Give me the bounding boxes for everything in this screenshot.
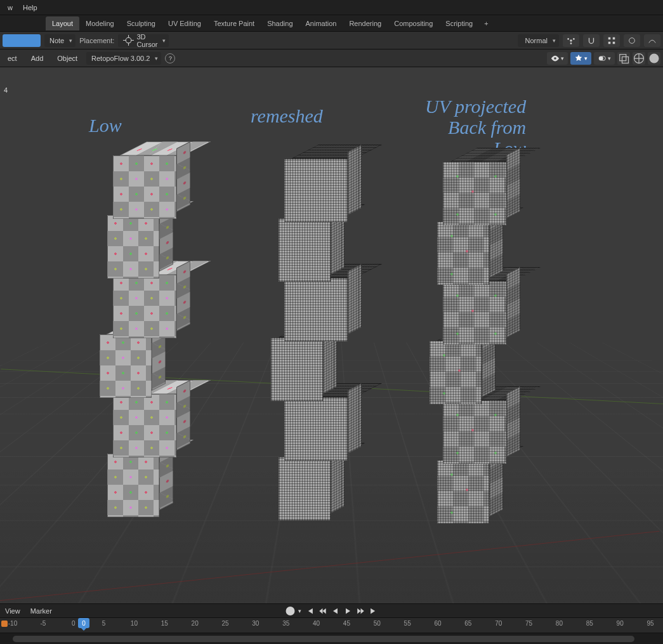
falloff-icon bbox=[648, 36, 657, 45]
visibility-dropdown[interactable]: ▾ bbox=[547, 52, 568, 65]
tab-layout[interactable]: Layout bbox=[46, 16, 79, 30]
timeline-menu-marker[interactable]: Marker bbox=[30, 607, 52, 615]
annotate-color-field[interactable] bbox=[3, 34, 41, 47]
ruler-tick: 5 bbox=[102, 620, 106, 627]
ruler-tick: 45 bbox=[343, 620, 350, 627]
menu-object[interactable]: Object bbox=[52, 52, 82, 65]
keyframe-marker[interactable] bbox=[1, 621, 8, 627]
overlay-icon bbox=[598, 54, 607, 63]
xray-toggle[interactable] bbox=[617, 52, 630, 65]
ruler-tick: 25 bbox=[221, 620, 228, 627]
snap-grid-icon bbox=[607, 36, 616, 45]
svg-rect-7 bbox=[608, 41, 611, 44]
timeline-scroll-thumb[interactable] bbox=[13, 636, 634, 642]
shading-wireframe[interactable] bbox=[633, 52, 645, 65]
menu-help[interactable]: Help bbox=[18, 1, 43, 14]
shading-solid[interactable] bbox=[648, 52, 660, 65]
snap-type-dropdown[interactable] bbox=[603, 34, 620, 47]
timeline-header: View Marker ▾ bbox=[0, 603, 663, 617]
pivot-icon bbox=[567, 36, 575, 45]
annotation-remeshed: remeshed bbox=[251, 105, 323, 126]
retopoflow-dropdown[interactable]: RetopoFlow 3.00.2 bbox=[86, 52, 161, 65]
overlay-dropdown[interactable]: ▾ bbox=[594, 52, 615, 65]
annotation-low: Low bbox=[89, 115, 122, 136]
ruler-tick: 80 bbox=[556, 620, 563, 627]
ruler-tick: 20 bbox=[192, 620, 199, 627]
tab-uv-editing[interactable]: UV Editing bbox=[162, 16, 207, 30]
ruler-tick: 65 bbox=[464, 620, 471, 627]
note-dropdown[interactable]: Note bbox=[44, 34, 75, 47]
ruler-tick: 70 bbox=[495, 620, 502, 627]
jump-next-key-icon[interactable] bbox=[356, 607, 365, 615]
jump-end-icon[interactable] bbox=[369, 607, 377, 615]
ruler-tick: 0 bbox=[72, 620, 75, 627]
tab-sculpting[interactable]: Sculpting bbox=[121, 16, 162, 30]
ruler-tick: -5 bbox=[40, 620, 46, 627]
object-remeshed-cubes[interactable] bbox=[273, 162, 336, 520]
tab-scripting[interactable]: Scripting bbox=[439, 16, 479, 30]
playhead[interactable]: 0 bbox=[78, 618, 89, 628]
svg-point-3 bbox=[573, 38, 575, 40]
jump-prev-key-icon[interactable] bbox=[318, 607, 327, 615]
proportional-edit-toggle[interactable] bbox=[624, 34, 640, 47]
tab-rendering[interactable]: Rendering bbox=[343, 16, 388, 30]
tab-modeling[interactable]: Modeling bbox=[79, 16, 121, 30]
menu-select[interactable]: ect bbox=[3, 52, 22, 65]
cursor3d-icon bbox=[123, 35, 134, 46]
ruler-tick: 15 bbox=[161, 620, 168, 627]
menu-add[interactable]: Add bbox=[26, 52, 49, 65]
jump-start-icon[interactable] bbox=[305, 607, 314, 615]
tab-compositing[interactable]: Compositing bbox=[388, 16, 439, 30]
timeline-ruler[interactable]: 0 -10-5051015202530354045505560657075808… bbox=[0, 617, 663, 633]
add-workspace-button[interactable]: + bbox=[479, 17, 493, 30]
svg-rect-13 bbox=[622, 56, 629, 63]
xray-icon bbox=[617, 52, 630, 65]
svg-rect-5 bbox=[608, 37, 611, 39]
viewport-header: ect Add Object RetopoFlow 3.00.2 ? ▾ ▾ ▾ bbox=[0, 49, 663, 67]
viewport-3d[interactable]: 4 Low remeshed UV projected Back from Lo… bbox=[0, 67, 663, 603]
placement-label: Placement: bbox=[79, 37, 114, 44]
tab-shading[interactable]: Shading bbox=[261, 16, 299, 30]
ruler-tick: 50 bbox=[374, 620, 381, 627]
svg-point-4 bbox=[570, 43, 572, 44]
timeline-scrollbar[interactable] bbox=[0, 633, 663, 644]
ruler-tick: 85 bbox=[586, 620, 593, 627]
tab-texture-paint[interactable]: Texture Paint bbox=[207, 16, 261, 30]
timeline-menu-view[interactable]: View bbox=[5, 607, 20, 615]
snap-toggle[interactable] bbox=[583, 34, 600, 47]
svg-rect-6 bbox=[613, 37, 615, 39]
tool-settings-bar: Note Placement: 3D Cursor Normal bbox=[0, 32, 663, 49]
svg-point-2 bbox=[567, 38, 569, 40]
pivot-dropdown[interactable] bbox=[563, 34, 579, 47]
orientation-dropdown[interactable]: Normal bbox=[518, 34, 559, 47]
tab-animation[interactable]: Animation bbox=[299, 16, 343, 30]
ruler-tick: 60 bbox=[434, 620, 441, 627]
help-icon[interactable]: ? bbox=[165, 53, 175, 63]
ruler-tick: 95 bbox=[647, 620, 653, 627]
play-reverse-icon[interactable] bbox=[331, 607, 339, 615]
svg-point-15 bbox=[650, 53, 659, 63]
workspace-tabs: Layout Modeling Sculpting UV Editing Tex… bbox=[0, 15, 663, 32]
svg-point-1 bbox=[570, 39, 572, 42]
gizmo-icon bbox=[574, 54, 583, 63]
gizmo-dropdown[interactable]: ▾ bbox=[570, 52, 591, 65]
ruler-tick: 10 bbox=[131, 620, 138, 627]
autokey-dropdown[interactable]: ▾ bbox=[298, 608, 301, 614]
autokey-toggle[interactable] bbox=[286, 607, 294, 615]
placement-dropdown[interactable]: 3D Cursor bbox=[118, 34, 169, 47]
svg-point-0 bbox=[126, 37, 132, 43]
proportional-icon bbox=[627, 36, 636, 45]
svg-rect-12 bbox=[620, 54, 626, 60]
ruler-tick: -10 bbox=[8, 620, 17, 627]
ruler-tick: 55 bbox=[404, 620, 411, 627]
play-icon[interactable] bbox=[343, 607, 352, 615]
ruler-tick: 40 bbox=[313, 620, 320, 627]
ruler-tick: 35 bbox=[282, 620, 289, 627]
object-low-cubes[interactable] bbox=[102, 159, 165, 517]
eye-icon bbox=[551, 54, 560, 63]
menu-window[interactable]: w bbox=[3, 1, 18, 14]
ruler-tick: 75 bbox=[525, 620, 532, 627]
proportional-falloff-dropdown[interactable] bbox=[644, 34, 660, 47]
svg-point-9 bbox=[629, 37, 635, 43]
object-uv-projected-cubes[interactable] bbox=[431, 166, 495, 523]
